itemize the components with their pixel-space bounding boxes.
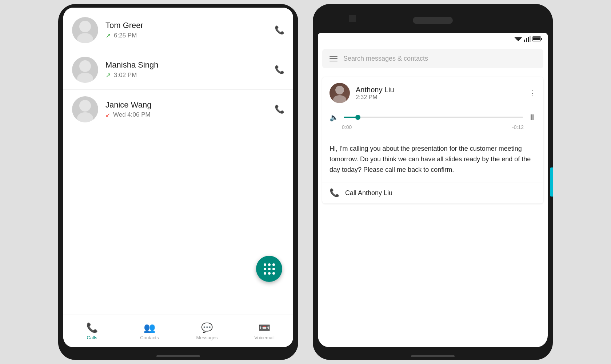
contact-name-manisha: Manisha Singh xyxy=(105,60,275,70)
call-info-janice: Janice Wang ↙ Wed 4:06 PM xyxy=(105,100,275,118)
call-time-janice: Wed 4:06 PM xyxy=(113,111,151,118)
left-phone-screen: Tom Greer ↗ 6:25 PM 📞 Manisha xyxy=(63,8,293,347)
svg-rect-13 xyxy=(533,37,540,40)
avatar-janice xyxy=(72,96,98,122)
search-placeholder-text: Search messages & contacts xyxy=(343,55,428,62)
volume-icon[interactable]: 🔈 xyxy=(330,113,339,122)
hamburger-menu[interactable] xyxy=(330,56,338,62)
more-options-icon[interactable]: ⋮ xyxy=(529,89,536,97)
bottom-nav: 📞 Calls 👥 Contacts 💬 Messages 📼 Voicemai… xyxy=(63,315,293,347)
svg-rect-10 xyxy=(528,37,529,42)
vm-player: 🔈 ⏸ 0:00 -0:12 xyxy=(322,109,543,136)
dialpad-fab[interactable] xyxy=(256,256,282,282)
avatar-tom xyxy=(72,17,98,43)
svg-point-2 xyxy=(79,60,91,72)
progress-thumb xyxy=(355,115,360,120)
svg-point-15 xyxy=(335,86,344,94)
vm-transcript: Hi, I'm calling you about the presentati… xyxy=(322,136,543,182)
call-item-manisha[interactable]: Manisha Singh ↗ 3:02 PM 📞 xyxy=(63,50,293,90)
notch-area xyxy=(313,4,553,33)
nav-calls-label: Calls xyxy=(87,335,97,340)
nav-calls[interactable]: 📞 Calls xyxy=(63,322,121,340)
signal-icon xyxy=(524,36,531,42)
avatar-manisha xyxy=(72,57,98,83)
vm-time: 2:32 PM xyxy=(356,94,523,101)
outgoing-arrow-tom: ↗ xyxy=(105,32,111,40)
contact-name-tom: Tom Greer xyxy=(105,21,275,30)
home-indicator-right xyxy=(411,355,455,357)
nav-voicemail-label: Voicemail xyxy=(254,335,275,340)
pause-button[interactable]: ⏸ xyxy=(528,113,536,122)
battery-icon xyxy=(532,36,542,41)
svg-point-0 xyxy=(79,21,91,32)
nav-messages[interactable]: 💬 Messages xyxy=(178,322,236,340)
call-time-row-manisha: ↗ 3:02 PM xyxy=(105,71,275,79)
outgoing-arrow-manisha: ↗ xyxy=(105,71,111,79)
vm-contact-name: Anthony Liu xyxy=(356,86,523,94)
svg-rect-14 xyxy=(541,38,542,40)
svg-rect-11 xyxy=(530,36,531,42)
call-list: Tom Greer ↗ 6:25 PM 📞 Manisha xyxy=(63,11,293,315)
svg-point-3 xyxy=(77,73,93,83)
player-controls: 🔈 ⏸ xyxy=(330,113,536,122)
call-back-icon: 📞 xyxy=(330,188,339,198)
svg-marker-7 xyxy=(515,39,521,41)
call-item-tom[interactable]: Tom Greer ↗ 6:25 PM 📞 xyxy=(63,11,293,50)
call-button-janice[interactable]: 📞 xyxy=(275,105,284,114)
call-info-manisha: Manisha Singh ↗ 3:02 PM xyxy=(105,60,275,79)
right-edge-tab xyxy=(550,167,553,197)
calls-icon: 📞 xyxy=(86,322,98,333)
missed-arrow-janice: ↙ xyxy=(105,112,110,118)
dialpad-dots xyxy=(262,262,276,276)
right-screen: Search messages & contacts Anthony Liu 2… xyxy=(318,33,548,347)
voicemail-icon: 📼 xyxy=(259,322,270,333)
time-current: 0:00 xyxy=(342,124,352,130)
right-phone: Search messages & contacts Anthony Liu 2… xyxy=(313,4,553,360)
home-indicator-left xyxy=(156,355,200,357)
wifi-icon xyxy=(514,36,522,42)
voicemail-card: Anthony Liu 2:32 PM ⋮ 🔈 ⏸ 0:00 xyxy=(322,77,543,203)
call-back-label: Call Anthony Liu xyxy=(345,189,392,197)
svg-point-16 xyxy=(333,95,346,103)
messages-icon: 💬 xyxy=(201,322,213,333)
left-phone: Tom Greer ↗ 6:25 PM 📞 Manisha xyxy=(58,4,298,360)
call-time-manisha: 3:02 PM xyxy=(114,72,137,79)
svg-point-4 xyxy=(79,100,91,112)
nav-contacts[interactable]: 👥 Contacts xyxy=(121,322,178,340)
call-time-tom: 6:25 PM xyxy=(114,32,137,39)
speaker-grille xyxy=(413,17,453,24)
call-button-tom[interactable]: 📞 xyxy=(275,25,284,35)
status-bar xyxy=(318,33,548,45)
progress-fill xyxy=(344,117,358,118)
contact-name-janice: Janice Wang xyxy=(105,100,275,110)
vm-header: Anthony Liu 2:32 PM ⋮ xyxy=(322,77,543,109)
svg-rect-8 xyxy=(524,40,525,42)
call-info-tom: Tom Greer ↗ 6:25 PM xyxy=(105,21,275,40)
time-labels: 0:00 -0:12 xyxy=(330,122,536,130)
call-back-row[interactable]: 📞 Call Anthony Liu xyxy=(322,182,543,203)
progress-bar[interactable] xyxy=(344,117,523,118)
svg-point-5 xyxy=(77,112,93,122)
call-time-row-janice: ↙ Wed 4:06 PM xyxy=(105,111,275,118)
contacts-icon: 👥 xyxy=(144,322,155,333)
nav-voicemail[interactable]: 📼 Voicemail xyxy=(236,322,293,340)
nav-contacts-label: Contacts xyxy=(140,335,159,340)
call-item-janice[interactable]: Janice Wang ↙ Wed 4:06 PM 📞 xyxy=(63,90,293,129)
time-remaining: -0:12 xyxy=(512,124,524,130)
nav-messages-label: Messages xyxy=(196,335,217,340)
call-time-row-tom: ↗ 6:25 PM xyxy=(105,32,275,40)
svg-rect-9 xyxy=(526,38,527,42)
svg-point-1 xyxy=(77,33,93,43)
search-bar[interactable]: Search messages & contacts xyxy=(322,49,543,68)
camera-dot xyxy=(349,15,356,22)
vm-info: Anthony Liu 2:32 PM xyxy=(356,86,523,101)
avatar-anthony xyxy=(330,83,350,103)
call-button-manisha[interactable]: 📞 xyxy=(275,65,284,74)
